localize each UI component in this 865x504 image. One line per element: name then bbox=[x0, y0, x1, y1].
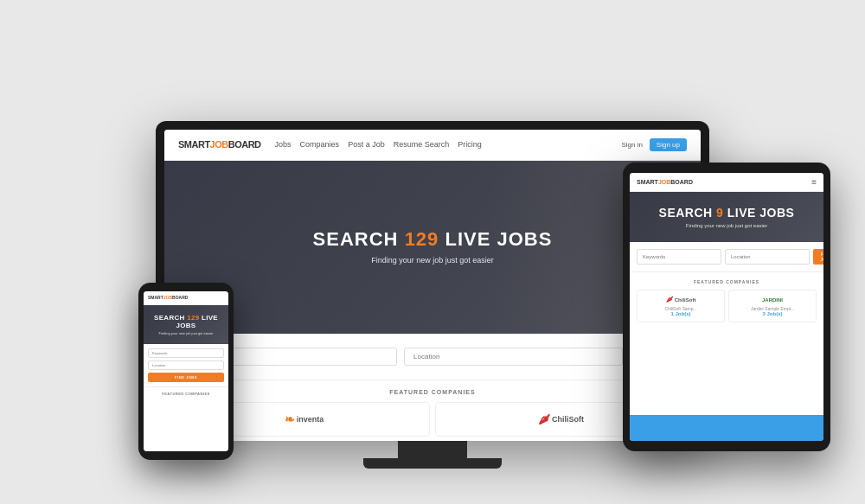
hero-prefix: SEARCH bbox=[313, 228, 405, 250]
tablet-logo-board: BOARD bbox=[670, 179, 693, 185]
monitor-screen: SMARTJOBBOARD Jobs Companies Post a Job … bbox=[164, 130, 701, 441]
chilisoft-name: ChiliSoft bbox=[552, 415, 584, 424]
tablet-hero-prefix: SEARCH bbox=[659, 206, 717, 220]
phone-logo-job: JOB bbox=[163, 295, 172, 300]
jardini-icon: JARDINI bbox=[762, 297, 783, 303]
tablet-jardini-logo: JARDINI bbox=[732, 296, 813, 303]
desktop-logo: SMARTJOBBOARD bbox=[178, 139, 261, 150]
tablet-logo-smart: SMART bbox=[637, 179, 658, 185]
inventa-name: inventa bbox=[297, 415, 324, 424]
phone-logo-board: BOARD bbox=[172, 295, 188, 300]
tablet-frame: SMARTJOBBOARD ≡ SEARCH 9 LIVE JOBS Findi… bbox=[623, 163, 830, 451]
desktop-navbar: SMARTJOBBOARD Jobs Companies Post a Job … bbox=[164, 130, 701, 161]
tablet-navbar: SMARTJOBBOARD ≡ bbox=[630, 173, 823, 192]
phone-location-input[interactable] bbox=[148, 360, 224, 370]
phone-featured-section: FEATURED COMPANIES bbox=[144, 387, 228, 451]
inventa-icon: ❧ bbox=[285, 412, 295, 426]
tablet-chilisoft-count: 1 Job(s) bbox=[640, 311, 721, 316]
tablet-logo-job: JOB bbox=[658, 179, 670, 185]
nav-jobs[interactable]: Jobs bbox=[275, 140, 292, 149]
phone-frame: SMARTJOBBOARD SEARCH 129 LIVE JOBS Findi… bbox=[138, 283, 234, 460]
phone-device: SMARTJOBBOARD SEARCH 129 LIVE JOBS Findi… bbox=[138, 283, 234, 460]
hero-count: 129 bbox=[405, 228, 439, 250]
tablet-search-bar: FIND JOBS bbox=[630, 242, 823, 272]
monitor-stand-neck bbox=[398, 441, 467, 458]
tablet-device: SMARTJOBBOARD ≡ SEARCH 9 LIVE JOBS Findi… bbox=[623, 163, 830, 451]
scene: SMARTJOBBOARD Jobs Companies Post a Job … bbox=[17, 10, 848, 494]
tablet-location-input[interactable] bbox=[725, 249, 810, 265]
tablet-featured-title: FEATURED COMPANIES bbox=[637, 279, 817, 284]
phone-inputs-section: FIND JOBS bbox=[144, 344, 228, 387]
tablet-hero-title: SEARCH 9 LIVE JOBS bbox=[638, 206, 815, 220]
nav-post-job[interactable]: Post a Job bbox=[348, 140, 385, 149]
tablet-company-jardini[interactable]: JARDINI Jardini Sample Empl... 3 Job(s) bbox=[728, 290, 817, 322]
logo-job: JOB bbox=[210, 139, 228, 150]
desktop-nav-links: Jobs Companies Post a Job Resume Search … bbox=[275, 140, 622, 149]
tablet-search-button[interactable]: FIND JOBS bbox=[813, 249, 823, 265]
phone-content: SMARTJOBBOARD SEARCH 129 LIVE JOBS Findi… bbox=[144, 291, 228, 451]
desktop-nav-actions: Sign in Sign up bbox=[621, 138, 687, 151]
nav-companies[interactable]: Companies bbox=[300, 140, 340, 149]
desktop-companies-row: ❧ inventa 🌶 ChiliSoft bbox=[178, 402, 687, 437]
logo-smart: SMART bbox=[178, 139, 210, 150]
phone-search-button[interactable]: FIND JOBS bbox=[148, 373, 224, 382]
chilisoft-icon-tablet: 🌶 bbox=[666, 296, 673, 303]
phone-featured-title: FEATURED COMPANIES bbox=[148, 392, 224, 396]
phone-hero-prefix: SEARCH bbox=[154, 314, 187, 322]
phone-logo: SMARTJOBBOARD bbox=[148, 295, 188, 300]
phone-screen: SMARTJOBBOARD SEARCH 129 LIVE JOBS Findi… bbox=[144, 291, 228, 451]
tablet-screen: SMARTJOBBOARD ≡ SEARCH 9 LIVE JOBS Findi… bbox=[630, 173, 823, 441]
desktop-search-section: FIND JOBS bbox=[164, 334, 701, 380]
tablet-featured-section: FEATURED COMPANIES 🌶 ChiliSoft ChiliSoft… bbox=[630, 272, 823, 415]
phone-navbar: SMARTJOBBOARD bbox=[144, 291, 228, 305]
phone-keywords-input[interactable] bbox=[148, 348, 224, 358]
phone-hero-title: SEARCH 129 LIVE JOBS bbox=[148, 314, 224, 329]
logo-board: BOARD bbox=[228, 139, 261, 150]
desktop-hero-subtitle: Finding your new job just got easier bbox=[371, 256, 494, 265]
tablet-chilisoft-logo: 🌶 ChiliSoft bbox=[640, 296, 721, 303]
tablet-keywords-input[interactable] bbox=[637, 249, 721, 265]
tablet-blue-bar bbox=[630, 415, 823, 441]
sign-in-link[interactable]: Sign in bbox=[621, 141, 642, 149]
phone-hero-subtitle: Finding your new job just got easier bbox=[148, 331, 224, 335]
chilisoft-label: ChiliSoft bbox=[675, 297, 696, 303]
desktop-featured-section: FEATURED COMPANIES ❧ inventa 🌶 ChiliSoft bbox=[164, 380, 701, 441]
tablet-hero-subtitle: Finding your new job just got easier bbox=[638, 223, 815, 228]
tablet-content: SMARTJOBBOARD ≡ SEARCH 9 LIVE JOBS Findi… bbox=[630, 173, 823, 441]
tablet-companies-row: 🌶 ChiliSoft ChiliSoft Samp... 1 Job(s) J… bbox=[637, 290, 817, 322]
monitor-stand-base bbox=[363, 458, 502, 469]
chilisoft-icon: 🌶 bbox=[538, 412, 550, 426]
phone-hero: SEARCH 129 LIVE JOBS Finding your new jo… bbox=[144, 305, 228, 344]
tablet-jardini-count: 3 Job(s) bbox=[732, 311, 813, 316]
desktop-featured-title: FEATURED COMPANIES bbox=[178, 389, 687, 395]
desktop-location-input[interactable] bbox=[404, 348, 623, 366]
phone-logo-smart: SMART bbox=[148, 295, 163, 300]
tablet-logo: SMARTJOBBOARD bbox=[637, 179, 693, 185]
sign-up-button[interactable]: Sign up bbox=[650, 138, 687, 151]
phone-hero-count: 129 bbox=[187, 314, 199, 322]
tablet-hero: SEARCH 9 LIVE JOBS Finding your new job … bbox=[630, 192, 823, 242]
tablet-company-chilisoft[interactable]: 🌶 ChiliSoft ChiliSoft Samp... 1 Job(s) bbox=[637, 290, 725, 322]
desktop-hero: SEARCH 129 LIVE JOBS Finding your new jo… bbox=[164, 161, 701, 334]
hamburger-icon[interactable]: ≡ bbox=[811, 177, 817, 187]
tablet-hero-suffix: LIVE JOBS bbox=[723, 206, 794, 220]
nav-resume-search[interactable]: Resume Search bbox=[394, 140, 450, 149]
nav-pricing[interactable]: Pricing bbox=[458, 140, 482, 149]
